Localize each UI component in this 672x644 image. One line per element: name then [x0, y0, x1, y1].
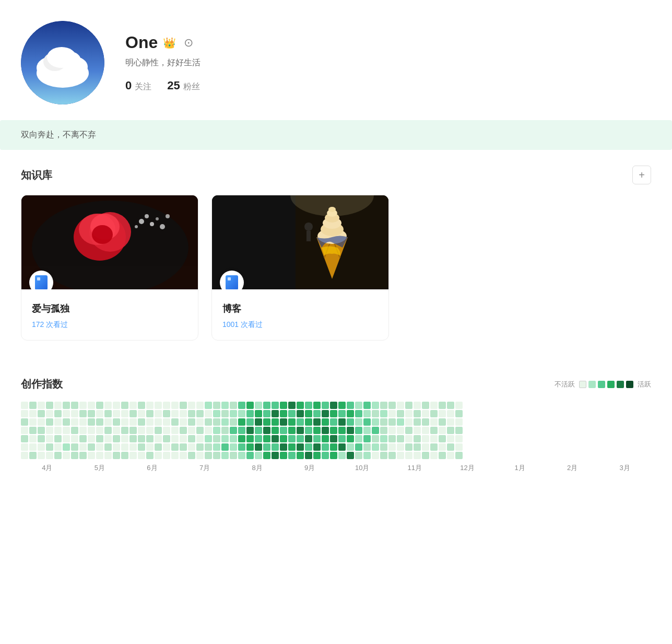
heatmap-cell[interactable]: [221, 402, 229, 409]
heatmap-cell[interactable]: [113, 402, 120, 409]
heatmap-cell[interactable]: [180, 443, 187, 451]
heatmap-cell[interactable]: [213, 435, 220, 442]
heatmap-cell[interactable]: [280, 418, 287, 426]
heatmap-cell[interactable]: [188, 435, 195, 442]
heatmap-cell[interactable]: [79, 452, 87, 459]
heatmap-cell[interactable]: [188, 443, 195, 451]
heatmap-cell[interactable]: [338, 427, 346, 434]
heatmap-cell[interactable]: [255, 452, 262, 459]
heatmap-cell[interactable]: [422, 435, 429, 442]
heatmap-cell[interactable]: [104, 410, 112, 417]
heatmap-cell[interactable]: [21, 443, 28, 451]
heatmap-cell[interactable]: [188, 410, 195, 417]
heatmap-cell[interactable]: [188, 427, 195, 434]
heatmap-cell[interactable]: [121, 402, 128, 409]
heatmap-cell[interactable]: [397, 443, 404, 451]
heatmap-cell[interactable]: [171, 435, 179, 442]
heatmap-cell[interactable]: [439, 418, 446, 426]
heatmap-cell[interactable]: [54, 452, 62, 459]
heatmap-cell[interactable]: [347, 418, 354, 426]
heatmap-cell[interactable]: [180, 427, 187, 434]
heatmap-cell[interactable]: [196, 435, 204, 442]
heatmap-cell[interactable]: [163, 443, 170, 451]
heatmap-cell[interactable]: [313, 443, 321, 451]
heatmap-cell[interactable]: [46, 443, 53, 451]
heatmap-cell[interactable]: [71, 410, 78, 417]
heatmap-cell[interactable]: [405, 418, 412, 426]
heatmap-cell[interactable]: [322, 443, 329, 451]
heatmap-cell[interactable]: [414, 452, 421, 459]
heatmap-cell[interactable]: [230, 435, 237, 442]
heatmap-cell[interactable]: [63, 418, 70, 426]
heatmap-cell[interactable]: [280, 435, 287, 442]
heatmap-cell[interactable]: [447, 427, 454, 434]
heatmap-cell[interactable]: [338, 435, 346, 442]
heatmap-cell[interactable]: [380, 402, 387, 409]
heatmap-cell[interactable]: [54, 402, 62, 409]
heatmap-cell[interactable]: [38, 452, 45, 459]
heatmap-cell[interactable]: [246, 435, 254, 442]
following-stat[interactable]: 0 关注: [125, 79, 151, 92]
heatmap-cell[interactable]: [230, 410, 237, 417]
heatmap-cell[interactable]: [372, 435, 379, 442]
heatmap-cell[interactable]: [313, 452, 321, 459]
followers-stat[interactable]: 25 粉丝: [167, 79, 199, 92]
heatmap-cell[interactable]: [88, 443, 95, 451]
heatmap-cell[interactable]: [129, 435, 137, 442]
heatmap-cell[interactable]: [188, 418, 195, 426]
heatmap-cell[interactable]: [297, 435, 304, 442]
heatmap-cell[interactable]: [155, 443, 162, 451]
heatmap-cell[interactable]: [414, 435, 421, 442]
heatmap-cell[interactable]: [246, 402, 254, 409]
heatmap-cell[interactable]: [88, 452, 95, 459]
heatmap-cell[interactable]: [38, 443, 45, 451]
heatmap-cell[interactable]: [288, 452, 296, 459]
heatmap-cell[interactable]: [38, 427, 45, 434]
heatmap-cell[interactable]: [213, 427, 220, 434]
heatmap-cell[interactable]: [297, 402, 304, 409]
heatmap-cell[interactable]: [71, 452, 78, 459]
heatmap-cell[interactable]: [414, 402, 421, 409]
heatmap-cell[interactable]: [322, 402, 329, 409]
heatmap-cell[interactable]: [422, 427, 429, 434]
heatmap-cell[interactable]: [297, 452, 304, 459]
heatmap-cell[interactable]: [96, 443, 103, 451]
heatmap-cell[interactable]: [205, 402, 212, 409]
heatmap-cell[interactable]: [54, 418, 62, 426]
heatmap-cell[interactable]: [363, 452, 371, 459]
heatmap-cell[interactable]: [422, 410, 429, 417]
heatmap-cell[interactable]: [455, 452, 463, 459]
heatmap-cell[interactable]: [447, 435, 454, 442]
heatmap-cell[interactable]: [171, 410, 179, 417]
heatmap-cell[interactable]: [422, 452, 429, 459]
heatmap-cell[interactable]: [205, 435, 212, 442]
heatmap-cell[interactable]: [280, 427, 287, 434]
heatmap-cell[interactable]: [21, 435, 28, 442]
heatmap-cell[interactable]: [21, 427, 28, 434]
heatmap-cell[interactable]: [272, 410, 279, 417]
heatmap-cell[interactable]: [29, 443, 37, 451]
heatmap-cell[interactable]: [146, 410, 154, 417]
heatmap-cell[interactable]: [272, 418, 279, 426]
heatmap-cell[interactable]: [121, 410, 128, 417]
heatmap-cell[interactable]: [363, 435, 371, 442]
heatmap-cell[interactable]: [238, 443, 245, 451]
heatmap-cell[interactable]: [355, 402, 362, 409]
heatmap-cell[interactable]: [180, 410, 187, 417]
heatmap-cell[interactable]: [196, 452, 204, 459]
heatmap-cell[interactable]: [263, 443, 270, 451]
heatmap-cell[interactable]: [363, 418, 371, 426]
heatmap-cell[interactable]: [447, 443, 454, 451]
heatmap-cell[interactable]: [455, 402, 463, 409]
heatmap-cell[interactable]: [363, 427, 371, 434]
heatmap-cell[interactable]: [138, 452, 145, 459]
heatmap-cell[interactable]: [96, 427, 103, 434]
heatmap-cell[interactable]: [313, 418, 321, 426]
heatmap-cell[interactable]: [263, 418, 270, 426]
heatmap-cell[interactable]: [414, 443, 421, 451]
heatmap-cell[interactable]: [196, 402, 204, 409]
heatmap-cell[interactable]: [272, 452, 279, 459]
heatmap-cell[interactable]: [63, 435, 70, 442]
heatmap-cell[interactable]: [63, 452, 70, 459]
heatmap-cell[interactable]: [205, 427, 212, 434]
